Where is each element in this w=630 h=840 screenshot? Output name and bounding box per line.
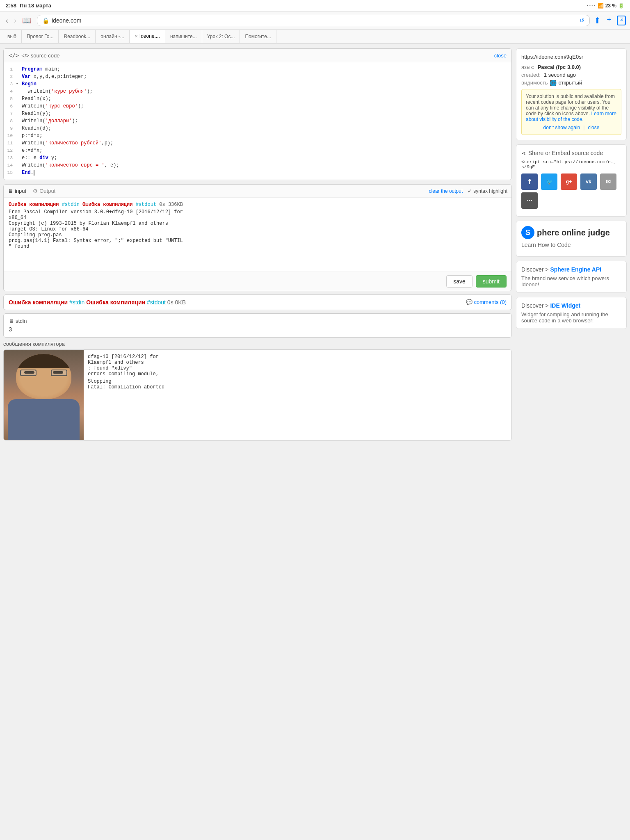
- right-panel: https://ideone.com/9qE0sr язык: Pascal (…: [512, 48, 627, 441]
- code-line-8: 8 Writeln('доллары');: [4, 117, 511, 125]
- tab-readbook[interactable]: Readbook...: [59, 30, 96, 43]
- url-bar[interactable]: 🔒 ideone.com ↺: [37, 15, 590, 26]
- battery-value: 23 %: [605, 3, 616, 9]
- meta-language: язык: Pascal (fpc 3.0.0): [521, 64, 621, 70]
- share-title: ⋖ Share or Embed source code: [521, 150, 621, 156]
- facebook-button[interactable]: f: [521, 173, 538, 190]
- code-line-3: 3 ▾ Begin: [4, 80, 511, 88]
- notice-actions: don't show again | close: [526, 125, 617, 130]
- output-area: Ошибка компиляции #stdin Ошибка компиляц…: [4, 198, 511, 272]
- discover-title-1: Discover > Sphere Engine API: [521, 266, 621, 273]
- error-section-2: Ошибка компиляции #stdin Ошибка компиляц…: [3, 294, 512, 310]
- code-line-7: 7 Readln(y);: [4, 110, 511, 117]
- wifi-icon: 📶: [598, 3, 604, 9]
- share-button-2[interactable]: ⋯: [521, 192, 538, 209]
- compiler-content: dfsg-10 [2016/12/12] for Klaempfl and ot…: [4, 350, 511, 440]
- browser-actions: ⬆ + ⊡: [594, 16, 626, 25]
- left-panel: </> </> source code close 1 Program main…: [3, 48, 512, 441]
- clear-output-button[interactable]: clear the output: [429, 188, 463, 194]
- discover-card-1: Discover > Sphere Engine API The brand n…: [516, 261, 627, 293]
- io-tab-right: clear the output ✓ syntax highlight: [429, 188, 507, 194]
- status-bar-left: 2:58 Пн 18 марта: [6, 2, 51, 9]
- share-icon-2: ⋖: [521, 150, 526, 156]
- code-line-12: 12 e:=d*x;: [4, 147, 511, 154]
- discover-text-2: Widget for compiling and running the sou…: [521, 311, 621, 324]
- embed-code: <script src="https://ideone.com/e.js/9qE: [521, 160, 621, 169]
- compiler-label: сообщения компилятора: [3, 341, 512, 347]
- status-bar-right: ···· 📶 23 % 🔋: [587, 3, 624, 9]
- ide-widget-link[interactable]: IDE Widget: [550, 302, 580, 309]
- twitter-button[interactable]: 🐦: [541, 173, 557, 190]
- monitor-icon-2: 🖥: [9, 318, 14, 324]
- share-icon[interactable]: ⬆: [594, 16, 601, 25]
- social-row-2: ⋯: [521, 192, 621, 209]
- tab-urok[interactable]: Урок 2: Ос...: [202, 30, 240, 43]
- code-line-4: 4 writeln('курс рубля');: [4, 88, 511, 95]
- bookmarks-button[interactable]: 📖: [21, 15, 33, 26]
- sphere-card: S phere online judge Learn How to Code: [516, 221, 627, 257]
- email-button[interactable]: ✉: [600, 173, 616, 190]
- discover-title-2: Discover > IDE Widget: [521, 302, 621, 309]
- code-line-10: 10 p:=d*x;: [4, 132, 511, 139]
- code-area[interactable]: 1 Program main; 2 Var x,y,d,e,p:integer;…: [4, 62, 511, 180]
- sphere-logo: S phere online judge: [521, 226, 621, 239]
- vkontakte-button[interactable]: vk: [580, 173, 597, 190]
- sphere-s-icon: S: [521, 226, 534, 239]
- forward-button[interactable]: ›: [12, 15, 18, 26]
- back-button[interactable]: ‹: [4, 15, 10, 26]
- dont-show-again-button[interactable]: don't show again: [543, 125, 580, 130]
- editor-title: </> </> source code: [9, 52, 60, 59]
- person-image: [4, 350, 84, 440]
- google-plus-button[interactable]: g+: [561, 173, 577, 190]
- tab-input[interactable]: 🖥 input: [8, 188, 26, 194]
- url-display: https://ideone.com/9qE0sr: [521, 54, 621, 60]
- code-line-15: 15 End.: [4, 169, 511, 176]
- submit-button[interactable]: submit: [476, 275, 507, 288]
- code-line-9: 9 Readln(d);: [4, 125, 511, 132]
- code-line-5: 5 Readln(x);: [4, 95, 511, 103]
- code-line-14: 14 Writeln('количество евро = ', e);: [4, 162, 511, 169]
- gear-icon: ⚙: [33, 188, 38, 194]
- tab-close-icon[interactable]: ✕: [135, 34, 138, 39]
- reload-icon[interactable]: ↺: [580, 17, 584, 24]
- stdin-value: 3: [9, 326, 507, 333]
- stdin-label: 🖥 stdin: [9, 318, 507, 324]
- tab-napishite[interactable]: напишите...: [165, 30, 202, 43]
- comments-link[interactable]: 💬 comments (0): [466, 299, 507, 305]
- io-tabs: 🖥 input ⚙ Output clear the output ✓ synt…: [3, 184, 512, 291]
- save-button[interactable]: save: [446, 275, 472, 288]
- social-buttons: f 🐦 g+ vk ✉: [521, 173, 621, 190]
- compiler-output-text: dfsg-10 [2016/12/12] for Klaempfl and ot…: [84, 350, 511, 440]
- tab-vyb[interactable]: выб: [2, 30, 22, 43]
- tab-pomogite[interactable]: Помогите...: [240, 30, 276, 43]
- add-tab-icon[interactable]: +: [607, 16, 611, 25]
- signal-dots: ····: [587, 3, 596, 9]
- compiler-img-area: dfsg-10 [2016/12/12] for Klaempfl and ot…: [3, 349, 512, 441]
- notice-box: Your solution is public and available fr…: [521, 89, 621, 135]
- close-button[interactable]: close: [494, 52, 507, 59]
- compiler-output: Free Pascal Compiler version 3.0.0+dfsg-…: [9, 209, 507, 249]
- sphere-subtitle: Learn How to Code: [521, 242, 621, 248]
- error-line-2: Ошибка компиляции #stdin Ошибка компиляц…: [9, 299, 507, 306]
- visibility-row: видимость 🌐 открытый: [521, 80, 621, 86]
- browser-tabs: выб Пролог Го... Readbook... онлайн -...…: [0, 30, 630, 43]
- meta-created: created: 1 second ago: [521, 72, 621, 78]
- code-icon: </>: [9, 52, 19, 59]
- day-info: Пн 18 марта: [20, 2, 51, 9]
- compiler-section: сообщения компилятора: [3, 341, 512, 441]
- code-line-2: 2 Var x,y,d,e,p:integer;: [4, 73, 511, 80]
- discover-text-1: The brand new service which powers Ideon…: [521, 275, 621, 288]
- tab-prolog[interactable]: Пролог Го...: [22, 30, 59, 43]
- tab-ideone[interactable]: ✕ Ideone....: [130, 30, 165, 43]
- notice-close-button[interactable]: close: [588, 125, 599, 130]
- editor-header: </> </> source code close: [4, 49, 511, 62]
- action-bar: save submit: [4, 272, 511, 291]
- sphere-engine-api-link[interactable]: Sphere Engine API: [550, 266, 601, 273]
- lock-icon: 🔒: [42, 17, 49, 24]
- checkmark-icon: ✓: [468, 188, 472, 194]
- tab-output[interactable]: ⚙ Output: [33, 188, 55, 194]
- code-line-11: 11 Writeln('количество рублей',p);: [4, 139, 511, 147]
- syntax-highlight-toggle[interactable]: ✓ syntax highlight: [468, 188, 507, 194]
- tabs-icon[interactable]: ⊡: [617, 16, 626, 25]
- tab-online[interactable]: онлайн -...: [96, 30, 130, 43]
